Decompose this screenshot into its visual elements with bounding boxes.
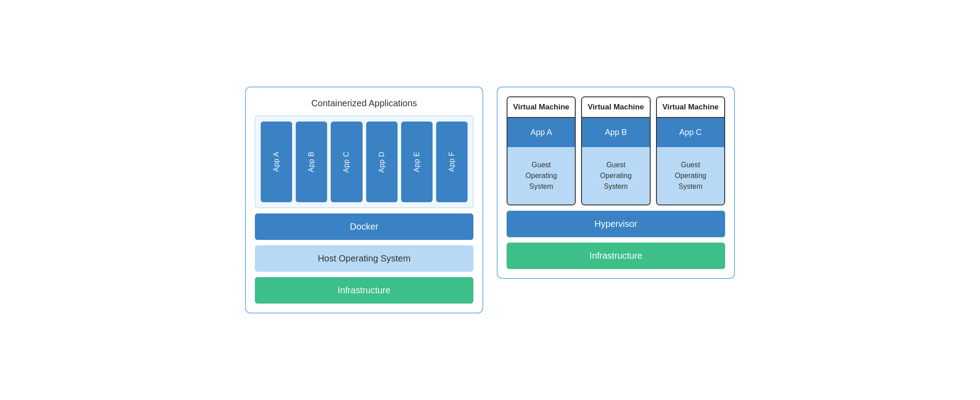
- app-box: App E: [401, 122, 433, 202]
- app-box-label: App E: [413, 152, 421, 172]
- apps-row: App AApp BApp CApp DApp EApp F: [261, 122, 468, 202]
- right-panel: Virtual MachineApp AGuestOperatingSystem…: [497, 87, 735, 279]
- vm-app-label: App B: [582, 118, 649, 147]
- app-box-label: App A: [272, 152, 280, 172]
- vm-title: Virtual Machine: [508, 97, 575, 118]
- vm-box: Virtual MachineApp CGuestOperatingSystem: [656, 96, 725, 205]
- main-container: Containerized Applications App AApp BApp…: [245, 87, 735, 313]
- host-os-bar: Host Operating System: [255, 245, 473, 272]
- hypervisor-bar: Hypervisor: [507, 211, 725, 237]
- vm-row: Virtual MachineApp AGuestOperatingSystem…: [507, 96, 725, 205]
- right-infrastructure-bar: Infrastructure: [507, 243, 725, 269]
- left-panel-title: Containerized Applications: [255, 98, 473, 109]
- app-box: App B: [296, 122, 327, 202]
- app-box: App A: [261, 122, 292, 202]
- vm-app-label: App C: [657, 118, 724, 147]
- vm-box: Virtual MachineApp BGuestOperatingSystem: [581, 96, 650, 205]
- vm-guest-os-label: GuestOperatingSystem: [582, 147, 649, 204]
- vm-guest-os-label: GuestOperatingSystem: [508, 147, 575, 204]
- app-box: App C: [331, 122, 362, 202]
- vm-app-label: App A: [508, 118, 575, 147]
- container-wrapper: App AApp BApp CApp DApp EApp F: [255, 116, 473, 208]
- app-box-label: App B: [307, 152, 315, 172]
- app-box-label: App F: [448, 152, 456, 172]
- left-infrastructure-bar: Infrastructure: [255, 277, 473, 304]
- app-box-label: App C: [342, 152, 350, 173]
- left-panel: Containerized Applications App AApp BApp…: [245, 87, 483, 313]
- vm-title: Virtual Machine: [657, 97, 724, 118]
- vm-title: Virtual Machine: [582, 97, 649, 118]
- vm-guest-os-label: GuestOperatingSystem: [657, 147, 724, 204]
- app-box: App F: [436, 122, 468, 202]
- vm-box: Virtual MachineApp AGuestOperatingSystem: [507, 96, 576, 205]
- docker-bar: Docker: [255, 213, 473, 240]
- app-box: App D: [366, 122, 398, 202]
- app-box-label: App D: [378, 152, 386, 173]
